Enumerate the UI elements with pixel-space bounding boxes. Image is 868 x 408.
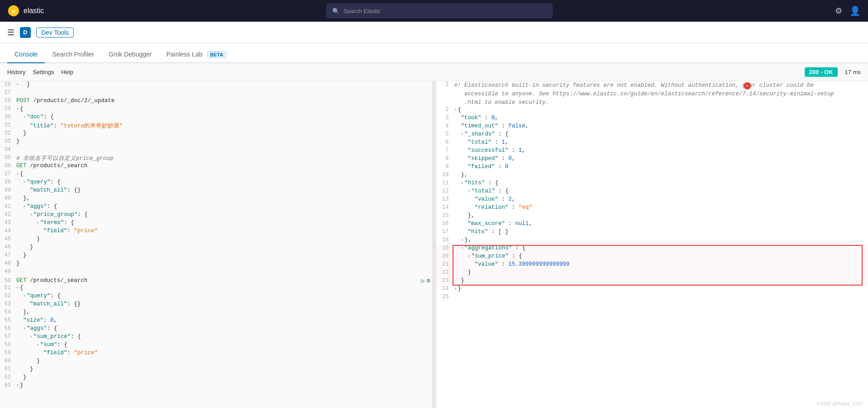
editor-line: 61 } (0, 366, 432, 374)
beta-badge: BETA (207, 51, 226, 58)
editor-line: 26 ▾ } (0, 81, 432, 89)
editor-panel[interactable]: 26 ▾ } 27 28 POST /products/_doc/2/_upda… (0, 81, 433, 408)
output-line: 14 "relation" : "eq" (436, 204, 868, 212)
elastic-logo-icon: e (7, 5, 20, 17)
tabs-bar: Console Search Profiler Grok Debugger Pa… (0, 43, 868, 63)
elastic-logo-text: elastic (24, 7, 44, 15)
response-time: 17 ms (845, 69, 861, 75)
editor-line: 46 } (0, 244, 432, 252)
output-line: 6 "total" : 1, (436, 139, 868, 147)
highlighted-output-section: 19 ▾"aggregations" : { 20 ▾"sum_price" :… (436, 245, 868, 286)
toolbar-help[interactable]: Help (61, 69, 73, 75)
editor-line: 53 "match_all": {} (0, 301, 432, 309)
editor-line: 34 (0, 146, 432, 155)
editor-line: 38 ▾"query": { (0, 179, 432, 187)
tab-grok-debugger[interactable]: Grok Debugger (101, 46, 159, 63)
editor-line: 63 ▾} (0, 382, 432, 390)
svg-text:e: e (12, 8, 15, 14)
second-bar: ☰ D Dev Tools (0, 22, 868, 43)
editor-line: 39 "match_all": {} (0, 187, 432, 195)
main-content: 26 ▾ } 27 28 POST /products/_doc/2/_upda… (0, 81, 868, 408)
output-line: 24 ▾} (436, 286, 868, 294)
output-line: 10 }, (436, 172, 868, 180)
output-line: 13 "value" : 2, (436, 196, 868, 204)
editor-line: 37 ▾{ (0, 171, 432, 179)
output-line-highlighted: 21 "value" : 15.399999999999999 (436, 261, 868, 269)
output-line: 5 ▾"_shards" : { (436, 131, 868, 139)
editor-line: 58 ▾"sum": { (0, 342, 432, 350)
output-line: 9 "failed" : 0 (436, 164, 868, 172)
editor-line: 40 }, (0, 195, 432, 203)
editor-line: 62 } (0, 374, 432, 382)
close-warning-button[interactable]: ✕ (744, 82, 751, 89)
output-line: 2 ▾{ (436, 107, 868, 115)
editor-line: 29 ▾{ (0, 106, 432, 114)
help-icon[interactable]: ⚙ (835, 6, 842, 16)
output-line: 11 ▾"hits" : { (436, 180, 868, 188)
editor-line: 45 } (0, 236, 432, 244)
tab-console[interactable]: Console (7, 46, 45, 63)
output-line: 4 "timed_out" : false, (436, 123, 868, 131)
editor-line: 28 POST /products/_doc/2/_update (0, 98, 432, 106)
toolbar-settings[interactable]: Settings (33, 69, 54, 75)
nav-icons: ⚙ 👤 (835, 5, 861, 16)
search-bar-container: 🔍 Search Elastic (51, 4, 828, 18)
editor-line: 47 } (0, 252, 432, 260)
toolbar-history[interactable]: History (7, 69, 25, 75)
editor-line: 55 "size": 0, (0, 317, 432, 325)
tab-painless-lab[interactable]: Painless Lab BETA (159, 46, 234, 63)
editor-line: 51 ▾{ (0, 285, 432, 293)
editor-line: 31 "title": "totoro的米奇妙妙屋" (0, 122, 432, 130)
app-badge: D (20, 27, 31, 38)
run-icon[interactable]: ▷ (421, 277, 425, 285)
search-icon: 🔍 (332, 8, 340, 14)
editor-line: 43 ▾"terms": { (0, 220, 432, 228)
search-bar-text: Search Elastic (343, 8, 381, 14)
editor-line: 44 "field": "price" (0, 228, 432, 236)
output-line-warning: 1 #! Elasticsearch built-in security fea… (436, 81, 868, 107)
editor-line: 56 ▾"aggs": { (0, 325, 432, 333)
output-line: 7 "successful" : 1, (436, 147, 868, 155)
output-line-highlighted: 20 ▾"sum_price" : { (436, 253, 868, 261)
editor-line: 54 }, (0, 309, 432, 317)
toolbar: History Settings Help 200 - OK 17 ms (0, 63, 868, 81)
editor-line: 30 ▾"doc": { (0, 114, 432, 122)
tab-search-profiler[interactable]: Search Profiler (45, 46, 101, 63)
app-title[interactable]: Dev Tools (36, 28, 74, 38)
output-line: 15 }, (436, 212, 868, 220)
elastic-logo: e elastic (7, 5, 44, 17)
output-line: 12 ▾"total" : { (436, 188, 868, 196)
editor-line: 36 GET /products/_search (0, 163, 432, 171)
editor-line: 33 } (0, 138, 432, 146)
output-line: 3 "took" : 0, (436, 115, 868, 123)
output-panel[interactable]: 1 #! Elasticsearch built-in security fea… (436, 81, 868, 408)
editor-line: 41 ▾"aggs": { (0, 203, 432, 211)
editor-line: 42 ▾"price_group": { (0, 211, 432, 220)
output-warning-container: 1 #! Elasticsearch built-in security fea… (436, 81, 868, 107)
output-line-highlighted: 19 ▾"aggregations" : { (436, 245, 868, 253)
editor-line: 35 # 非组名字可以自定义price_group (0, 155, 432, 163)
editor-line: 32 } (0, 130, 432, 138)
line-actions: ▷ ⚙ (421, 277, 430, 285)
editor-line: 52 ▾"query": { (0, 293, 432, 301)
panel-divider[interactable]: ⋮ (433, 81, 436, 408)
editor-line: 50 GET /products/_search ▷ ⚙ (0, 277, 432, 285)
output-line: 18 ▾}, (436, 237, 868, 245)
status-badge: 200 - OK (805, 67, 838, 77)
editor-line: 60 } (0, 358, 432, 366)
output-line: 16 "max_score" : null, (436, 220, 868, 229)
editor-line: 27 (0, 89, 432, 98)
output-line: 8 "skipped" : 0, (436, 155, 868, 164)
top-nav: e elastic 🔍 Search Elastic ⚙ 👤 (0, 0, 868, 22)
user-icon[interactable]: 👤 (849, 5, 861, 16)
output-line-highlighted: 23 } (436, 277, 868, 286)
editor-line: 57 ▾"sum_price": { (0, 333, 432, 342)
settings-icon[interactable]: ⚙ (427, 277, 430, 284)
editor-line: 49 (0, 268, 432, 277)
output-line: 17 "hits" : [ ] (436, 229, 868, 237)
search-bar[interactable]: 🔍 Search Elastic (326, 4, 552, 18)
editor-line: 48 } (0, 260, 432, 268)
watermark: CSDN @Naijia_OvO (816, 401, 863, 406)
hamburger-menu[interactable]: ☰ (7, 28, 14, 38)
output-line: 25 (436, 294, 868, 302)
